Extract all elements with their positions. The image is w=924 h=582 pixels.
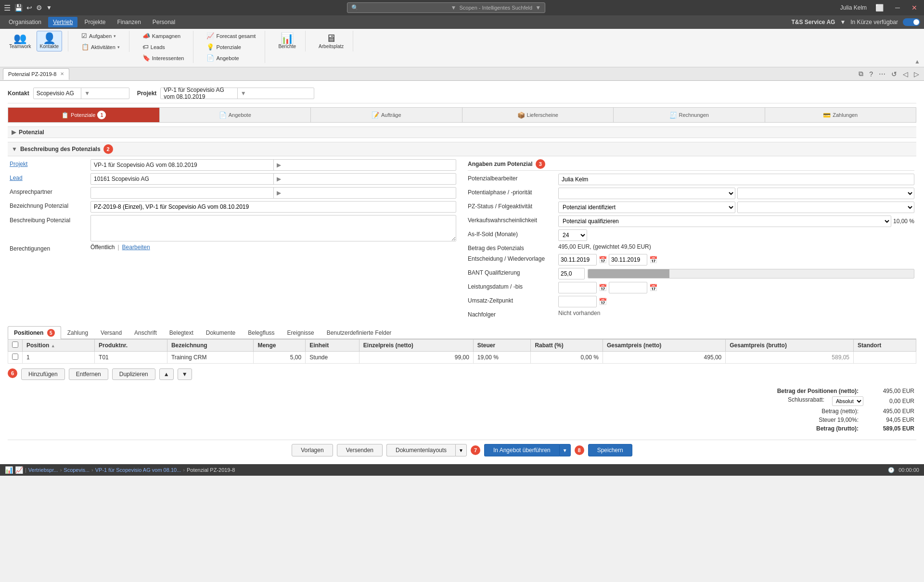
row-checkbox[interactable] — [12, 354, 18, 360]
projekt-field-label[interactable]: Projekt — [10, 159, 87, 167]
ribbon-berichte-button[interactable]: 📊 Berichte — [275, 31, 299, 51]
settings-icon[interactable]: ⚙ — [36, 4, 42, 12]
dokumentenlayouts-button[interactable]: Dokumentenlayouts — [386, 444, 455, 456]
status-select[interactable]: Potenzial identifiziert — [558, 202, 735, 213]
tab-potenzial[interactable]: Potenzial PZ-2019-8 ✕ — [3, 68, 69, 80]
move-down-button[interactable]: ▼ — [178, 368, 192, 380]
ribbon-aufgaben-button[interactable]: ☑ Aufgaben ▾ — [78, 31, 123, 41]
bezeichnung-input[interactable] — [90, 201, 456, 213]
col-einzelpreis[interactable]: Einzelpreis (netto) — [359, 340, 473, 352]
lower-tab-dokumente[interactable]: Dokumente — [200, 327, 242, 339]
maximize-button[interactable]: ⬜ — [873, 3, 886, 13]
lower-tab-zahlung[interactable]: Zahlung — [61, 327, 94, 339]
col-gesamtnetto[interactable]: Gesamtpreis (netto) — [603, 340, 725, 352]
tab-close-icon[interactable]: ✕ — [60, 71, 64, 76]
minimize-button[interactable]: ─ — [892, 3, 903, 13]
kontakt-input-group[interactable]: Scopevisio AG ▼ — [33, 88, 129, 99]
duplicate-button[interactable]: Duplizieren — [112, 368, 155, 380]
lower-tab-belegfluss[interactable]: Belegfluss — [242, 327, 281, 339]
search-box[interactable]: 🔍 Alle Inhalte ▼ Scopen - Intelligentes … — [347, 2, 545, 13]
projekt-input-group[interactable]: VP-1 für Scopevisio AG vom 08.10.2019 ▼ — [160, 88, 314, 99]
verkauf-select[interactable]: Potenzial qualifizieren — [558, 215, 891, 227]
statusbar-path-1[interactable]: Vertriebspr... — [28, 467, 58, 473]
bant-input[interactable] — [558, 268, 585, 279]
projekt-dropdown-icon[interactable]: ▼ — [237, 88, 314, 99]
ribbon-expand[interactable]: ▲ — [914, 58, 920, 65]
menu-projekte[interactable]: Projekte — [79, 17, 110, 27]
company-dropdown-icon[interactable]: ▼ — [840, 19, 846, 25]
save-icon[interactable]: 💾 — [14, 4, 23, 12]
ansprechpartner-arrow-icon[interactable]: ▶ — [273, 188, 456, 198]
ribbon-kontakte-button[interactable]: 👤 Kontakte — [37, 31, 62, 51]
tab-copy-button[interactable]: ⧉ — [857, 69, 865, 79]
phase-select2[interactable] — [737, 188, 914, 199]
kontakt-dropdown-icon[interactable]: ▼ — [81, 88, 129, 99]
col-gesamtbrutto[interactable]: Gesamtpreis (brutto) — [726, 340, 854, 352]
col-checkbox[interactable] — [8, 340, 23, 352]
perm-edit[interactable]: Bearbeiten — [122, 244, 150, 251]
phase-select[interactable] — [558, 188, 735, 199]
progress-tab-angebote[interactable]: 📄 Angebote — [160, 108, 311, 122]
col-menge[interactable]: Menge — [254, 340, 306, 352]
move-up-button[interactable]: ▲ — [159, 368, 174, 380]
tab-more-button[interactable]: ⋯ — [877, 69, 887, 79]
bearbeiter-input[interactable] — [558, 174, 914, 185]
col-standort[interactable]: Standort — [853, 340, 916, 352]
col-position[interactable]: Position ▲ — [23, 340, 95, 352]
select-all-checkbox[interactable] — [12, 342, 18, 348]
section-potenzial-header[interactable]: ▶ Potenzial — [8, 127, 916, 138]
calendar-1-icon[interactable]: 📅 — [599, 256, 607, 264]
lower-tab-positionen[interactable]: Positionen 5 — [8, 326, 61, 339]
as-if-select[interactable]: 24 — [558, 229, 587, 241]
menu-organisation[interactable]: Organisation — [4, 17, 46, 27]
beschreibung-textarea[interactable] — [90, 215, 456, 241]
section-beschreibung-header[interactable]: ▼ Beschreibung des Potenzials 2 — [8, 142, 916, 156]
tab-help-button[interactable]: ? — [867, 69, 875, 79]
statusbar-path-3[interactable]: VP-1 für Scopevisio AG vom 08.10... — [95, 467, 181, 473]
col-produktnr[interactable]: Produktnr. — [95, 340, 167, 352]
remove-button[interactable]: Entfernen — [69, 368, 108, 380]
ribbon-arbeitsplatz-button[interactable]: 🖥 Arbeitsplatz — [315, 31, 347, 51]
filter-icon[interactable]: ▼ — [451, 4, 457, 11]
menu-finanzen[interactable]: Finanzen — [112, 17, 145, 27]
lead-field-input[interactable]: 10161 Scopevisio AG ▶ — [90, 173, 456, 185]
calendar-5-icon[interactable]: 📅 — [599, 298, 607, 305]
ribbon-potenziale-button[interactable]: 💡 Potenziale — [203, 42, 259, 52]
add-button[interactable]: Hinzufügen — [21, 368, 65, 380]
leistung-date2-input[interactable] — [609, 282, 647, 293]
undo-icon[interactable]: ↩ — [26, 4, 32, 12]
calendar-4-icon[interactable]: 📅 — [649, 284, 657, 291]
versenden-button[interactable]: Versenden — [337, 444, 383, 456]
progress-tab-zahlungen[interactable]: 💳 Zahlungen — [765, 108, 916, 122]
close-button[interactable]: ✕ — [909, 3, 920, 13]
search-filter-input[interactable]: Alle Inhalte — [361, 4, 448, 11]
ribbon-angebote-button[interactable]: 📄 Angebote — [203, 53, 259, 63]
ansprechpartner-input[interactable]: ▶ — [90, 187, 456, 199]
lower-tab-ereignisse[interactable]: Ereignisse — [281, 327, 321, 339]
ribbon-teamwork-button[interactable]: 👥 Teamwork — [6, 31, 35, 51]
leistung-date1-input[interactable] — [558, 282, 597, 293]
search-arrow-icon[interactable]: ▼ — [535, 4, 541, 11]
menu-vertrieb[interactable]: Vertrieb — [48, 17, 77, 27]
lower-tab-benutzerdefinierte[interactable]: Benutzerdefinierte Felder — [321, 327, 398, 339]
projekt-field-input[interactable]: VP-1 für Scopevisio AG vom 08.10.2019 ▶ — [90, 159, 456, 171]
dokumentenlayouts-arrow-button[interactable]: ▼ — [455, 444, 467, 456]
col-steuer[interactable]: Steuer — [473, 340, 531, 352]
sort-position-icon[interactable]: ▲ — [51, 343, 55, 348]
ribbon-kampagnen-button[interactable]: 📣 Kampagnen — [139, 31, 188, 41]
progress-tab-rechnungen[interactable]: 🧾 Rechnungen — [614, 108, 765, 122]
status-select2[interactable] — [737, 202, 914, 213]
user-name[interactable]: Julia Kelm — [840, 4, 867, 11]
available-toggle[interactable] — [903, 18, 920, 26]
progress-tab-auftraege[interactable]: 📝 Aufträge — [311, 108, 462, 122]
col-bezeichnung[interactable]: Bezeichnung — [167, 340, 254, 352]
progress-tab-potenziale[interactable]: 📋 Potenziale 1 — [8, 108, 160, 122]
lead-field-arrow-icon[interactable]: ▶ — [273, 174, 456, 184]
lower-tab-versand[interactable]: Versand — [94, 327, 128, 339]
ribbon-forecast-button[interactable]: 📈 Forecast gesamt — [203, 31, 259, 41]
menu-personal[interactable]: Personal — [148, 17, 180, 27]
lower-tab-anschrift[interactable]: Anschrift — [128, 327, 163, 339]
entscheidung-date1-input[interactable] — [558, 254, 597, 266]
progress-tab-lieferscheine[interactable]: 📦 Lieferscheine — [462, 108, 614, 122]
ueberfuehren-arrow-button[interactable]: ▼ — [559, 444, 571, 456]
